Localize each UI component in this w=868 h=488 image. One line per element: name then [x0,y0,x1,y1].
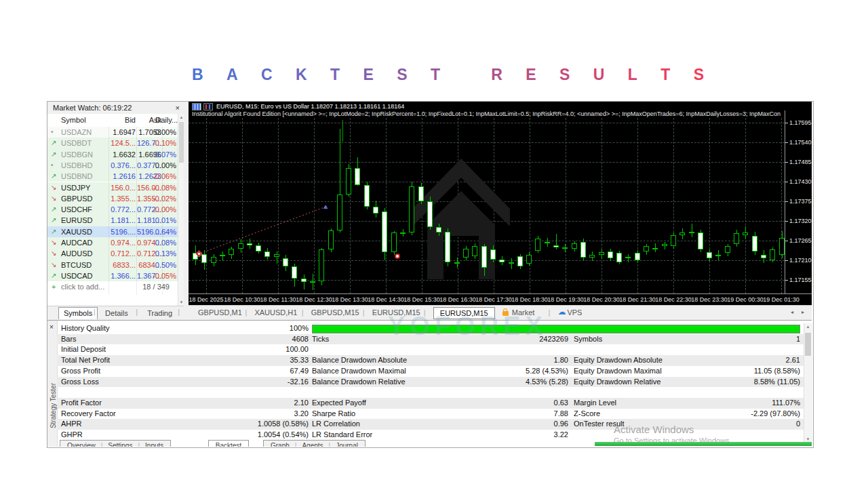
column-header[interactable]: Symbol [61,116,86,124]
chart-tab[interactable]: EURUSD,M15 [372,308,420,317]
candle-body [761,255,766,258]
tester-row[interactable]: GHPR1.0054 (0.54%)LR Standard Error3.22 [57,430,804,441]
metric-label: Sharpe Ratio [312,409,355,420]
column-header[interactable]: Daily... [151,116,178,124]
column-header[interactable]: Bid [110,116,136,124]
tester-tab-group[interactable]: Overview|Settings|Inputs [60,440,171,447]
metric-label: OnTester result [574,419,625,430]
tester-row[interactable]: Total Net Profit35.33Balance Drawdown Ab… [57,355,804,366]
market-watch-row[interactable]: ↗USDBND1.26161.2623-0.06% [47,171,178,182]
scroll-down-icon[interactable]: ▼ [805,437,811,441]
price-label: 1.17210 [789,257,812,264]
market-watch-row[interactable]: ↗USDCHF0.772...0.772...-0.00% [47,204,178,215]
market-watch-add-row[interactable]: + click to add... 18 / 349 [47,281,178,292]
metric-label: LR Correlation [312,419,360,430]
tab-trading[interactable]: Trading [142,308,177,319]
tab-details[interactable]: Details [100,308,133,319]
market-watch-table[interactable]: SymbolBidAskDaily...•USDAZN1.69471.70530… [47,114,184,306]
market-watch-row[interactable]: ↘AUDUSD0.712...0.712...0.13% [47,248,178,259]
tester-tab-overview[interactable]: Overview [67,442,96,447]
tester-tab-backtest[interactable]: Backtest [216,442,241,447]
trendline[interactable] [201,207,326,253]
close-icon[interactable]: × [50,323,54,331]
tester-row[interactable]: AHPR1.0058 (0.58%)LR Correlation0.96OnTe… [57,419,804,430]
tester-row[interactable] [57,387,804,398]
tester-tab-settings[interactable]: Settings [108,442,132,447]
tester-row[interactable]: Recovery Factor3.20Sharpe Ratio7.88Z-Sco… [57,409,804,420]
scroll-thumb[interactable] [805,333,811,356]
bid-value: 156.0... [110,182,136,193]
chart-tab[interactable]: GBPUSD,M1 [198,308,242,317]
tab-market[interactable]: Market [512,308,535,317]
metric-value: 3.22 [477,430,568,441]
daily-change: 0.13% [151,248,176,259]
market-watch-row[interactable]: ↗EURUSD1.181...1.181...0.01% [47,215,178,226]
tester-row[interactable]: Gross Profit67.49Balance Drawdown Maxima… [57,366,804,377]
icon-red-bar [205,104,207,109]
chart-plot-area[interactable]: ▲ [189,115,785,293]
market-watch-row[interactable]: •USDAZN1.69471.70530.00% [47,127,178,138]
tab-nav-right-icon[interactable]: ▸ [802,309,804,315]
market-watch-row[interactable]: ↘GBPUSD1.355...1.355...-0.02% [47,193,178,204]
bid-value: 0.772... [110,204,136,215]
metric-label: Gross Profit [61,366,100,377]
candle-body [337,195,342,230]
click-to-add-label[interactable]: click to add... [61,281,104,292]
tester-row[interactable]: Profit Factor2.10Expected Payoff0.63Marg… [57,398,804,409]
market-watch-row[interactable]: ↗USDBDT124.5...126.7...-0.10% [47,138,178,148]
chart-tab[interactable]: GBPUSD,M15 [311,308,359,317]
chart-tab[interactable]: XAUUSD,H1 [254,308,297,317]
market-watch-row[interactable]: ↗XAUUSD5196....5196....0.64% [47,226,178,237]
tester-tab-graph[interactable]: Graph [271,442,290,447]
candle-body [589,255,595,258]
market-watch-row[interactable]: ↘AUDCAD0.974...0.974...0.08% [47,237,178,248]
close-icon[interactable]: × [176,102,180,114]
metric-value: 2.10 [220,398,309,409]
tester-row[interactable]: Initial Deposit100.00 [57,344,804,355]
metric-label: Ticks [312,334,329,345]
candle-body [301,279,307,281]
price-label: 1.17320 [789,218,812,224]
tester-row[interactable]: Gross Loss-32.16Balance Drawdown Relativ… [57,377,804,388]
market-watch-row[interactable]: ↘BTCUSD6833...6834...0.50% [47,260,178,270]
plus-icon[interactable]: + [52,281,56,292]
tester-scrollbar[interactable]: ▲ ▼ [804,323,812,443]
candle-body [752,236,757,251]
tab-vps[interactable]: VPS [567,308,582,317]
panel-splitter[interactable] [184,102,189,320]
tester-tab-group[interactable]: Graph|Agents|Journal [263,440,366,447]
daily-change: 0.00% [151,160,176,171]
close-marker-icon [395,253,400,259]
tester-row[interactable]: Bars4608Ticks2423269Symbols1 [57,334,804,345]
price-axis[interactable]: 1.175951.175401.174851.174301.173751.173… [785,110,812,293]
market-watch-row[interactable]: ↗USDBGN1.66321.66960.07% [47,149,178,160]
daily-change: -0.06% [151,171,176,182]
market-watch-title: Market Watch: 06:19:22 [53,102,132,114]
tester-tab-group[interactable]: Backtest [208,440,249,447]
candle-body [644,246,649,251]
market-watch-row[interactable]: •USDBHD0.376...0.377...0.00% [47,160,178,171]
tab-symbols[interactable]: Symbols [58,307,98,319]
chart-tab-active[interactable]: EURUSD,M15 [433,307,495,319]
tester-tab-agents[interactable]: Agents [302,442,323,447]
price-tick [785,123,788,123]
price-tick [785,260,788,261]
tab-nav-left-icon[interactable]: ◂ [791,309,793,315]
scroll-thumb[interactable] [179,122,184,163]
title-letter [463,66,467,86]
metric-label: AHPR [61,419,82,430]
title-letter: T [660,66,670,86]
candle-body [616,253,622,262]
candle-body [292,266,297,279]
tester-row[interactable]: History Quality100% [57,323,804,334]
price-label: 1.17375 [789,198,812,205]
metric-value: 2423269 [477,334,568,345]
market-watch-row[interactable]: ↗USDCAD1.366...1.367...-0.05% [47,270,178,281]
scroll-up-icon[interactable]: ▲ [805,325,811,329]
market-watch-row[interactable]: ↘USDJPY156.0...156.0...-0.08% [47,182,178,193]
tester-tab-inputs[interactable]: Inputs [145,442,163,447]
time-axis[interactable]: 18 Dec 202518 Dec 10:3018 Dec 11:3018 De… [189,293,812,306]
tester-tab-journal[interactable]: Journal [336,442,358,447]
candle-wick [304,274,304,289]
metric-label: Equity Drawdown Maximal [574,366,662,377]
